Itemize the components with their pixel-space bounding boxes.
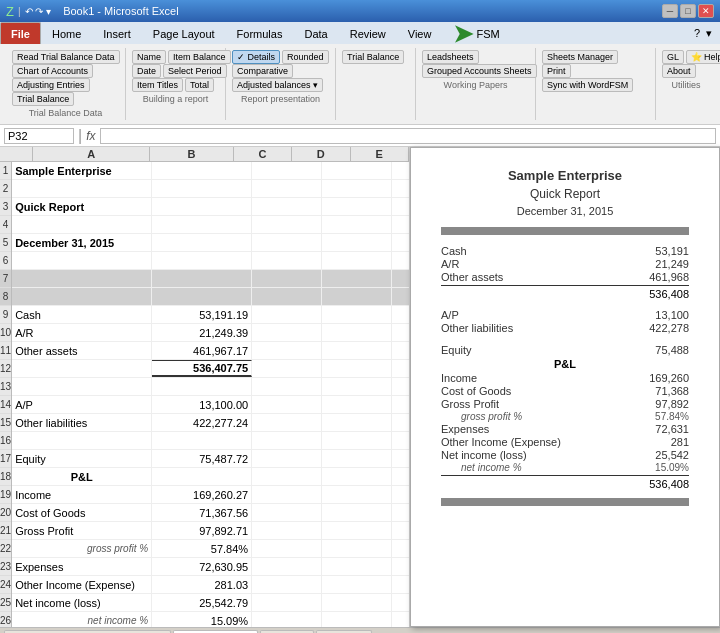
cell-c6[interactable] bbox=[252, 252, 322, 269]
cell-b8[interactable] bbox=[152, 288, 252, 305]
cell-c24[interactable] bbox=[252, 576, 322, 593]
cell-c11[interactable] bbox=[252, 342, 322, 359]
cell-d2[interactable] bbox=[322, 180, 392, 197]
item-balance-btn[interactable]: Item Balance bbox=[168, 50, 231, 64]
cell-c5[interactable] bbox=[252, 234, 322, 251]
cell-e12[interactable] bbox=[392, 360, 410, 377]
grouped-accounts-btn[interactable]: Grouped Accounts Sheets bbox=[422, 64, 537, 78]
cell-c21[interactable] bbox=[252, 522, 322, 539]
cell-d4[interactable] bbox=[322, 216, 392, 233]
cell-d6[interactable] bbox=[322, 252, 392, 269]
cell-c7[interactable] bbox=[252, 270, 322, 287]
maximize-button[interactable]: □ bbox=[680, 4, 696, 18]
cell-a25[interactable]: Net income (loss) bbox=[12, 594, 152, 611]
read-trial-balance-btn[interactable]: Read Trial Balance Data bbox=[12, 50, 120, 64]
sheets-manager-btn[interactable]: Sheets Manager bbox=[542, 50, 618, 64]
comparative-btn[interactable]: Comparative bbox=[232, 64, 293, 78]
cell-c16[interactable] bbox=[252, 432, 322, 449]
cell-b5[interactable] bbox=[152, 234, 252, 251]
cell-d1[interactable] bbox=[322, 162, 392, 179]
cell-b2[interactable] bbox=[152, 180, 252, 197]
cell-d3[interactable] bbox=[322, 198, 392, 215]
adjusted-btn[interactable]: Adjusted balances ▾ bbox=[232, 78, 323, 92]
cell-b25[interactable]: 25,542.79 bbox=[152, 594, 252, 611]
cell-e17[interactable] bbox=[392, 450, 410, 467]
details-btn[interactable]: ✓ Details bbox=[232, 50, 280, 64]
cell-a26[interactable]: net income % bbox=[12, 612, 152, 627]
cell-d23[interactable] bbox=[322, 558, 392, 575]
cell-d5[interactable] bbox=[322, 234, 392, 251]
cell-c20[interactable] bbox=[252, 504, 322, 521]
cell-a1[interactable]: Sample Enterprise bbox=[12, 162, 152, 179]
tab-fsm[interactable]: ➤FSM bbox=[442, 22, 510, 44]
cell-c12[interactable] bbox=[252, 360, 322, 377]
cell-e8[interactable] bbox=[392, 288, 410, 305]
cell-b10[interactable]: 21,249.39 bbox=[152, 324, 252, 341]
cell-d26[interactable] bbox=[322, 612, 392, 627]
cell-e22[interactable] bbox=[392, 540, 410, 557]
cell-e20[interactable] bbox=[392, 504, 410, 521]
cell-b23[interactable]: 72,630.95 bbox=[152, 558, 252, 575]
tab-formulas[interactable]: Formulas bbox=[226, 22, 294, 44]
cell-e14[interactable] bbox=[392, 396, 410, 413]
cell-a4[interactable] bbox=[12, 216, 152, 233]
cell-e6[interactable] bbox=[392, 252, 410, 269]
cell-e5[interactable] bbox=[392, 234, 410, 251]
cell-a17[interactable]: Equity bbox=[12, 450, 152, 467]
cell-e21[interactable] bbox=[392, 522, 410, 539]
cell-e23[interactable] bbox=[392, 558, 410, 575]
cell-e3[interactable] bbox=[392, 198, 410, 215]
total-btn[interactable]: Total bbox=[185, 78, 214, 92]
cell-d8[interactable] bbox=[322, 288, 392, 305]
cell-c18[interactable] bbox=[252, 468, 322, 485]
cell-e18[interactable] bbox=[392, 468, 410, 485]
cell-d10[interactable] bbox=[322, 324, 392, 341]
cell-b12[interactable]: 536,407.75 bbox=[152, 360, 252, 377]
cell-b18[interactable] bbox=[152, 468, 252, 485]
cell-c15[interactable] bbox=[252, 414, 322, 431]
cell-c26[interactable] bbox=[252, 612, 322, 627]
cell-d11[interactable] bbox=[322, 342, 392, 359]
cell-a19[interactable]: Income bbox=[12, 486, 152, 503]
cell-c10[interactable] bbox=[252, 324, 322, 341]
cell-a3[interactable]: Quick Report bbox=[12, 198, 152, 215]
tab-data[interactable]: Data bbox=[293, 22, 338, 44]
adjusting-entries-btn[interactable]: Adjusting Entries bbox=[12, 78, 90, 92]
close-button[interactable]: ✕ bbox=[698, 4, 714, 18]
cell-d21[interactable] bbox=[322, 522, 392, 539]
cell-a21[interactable]: Gross Profit bbox=[12, 522, 152, 539]
about-btn[interactable]: About bbox=[662, 64, 696, 78]
cell-c4[interactable] bbox=[252, 216, 322, 233]
tab-home[interactable]: Home bbox=[41, 22, 92, 44]
cell-e26[interactable] bbox=[392, 612, 410, 627]
cell-b24[interactable]: 281.03 bbox=[152, 576, 252, 593]
cell-d22[interactable] bbox=[322, 540, 392, 557]
select-period-btn[interactable]: Select Period bbox=[163, 64, 227, 78]
cell-c22[interactable] bbox=[252, 540, 322, 557]
cell-c13[interactable] bbox=[252, 378, 322, 395]
cell-a8[interactable] bbox=[12, 288, 152, 305]
name-box[interactable] bbox=[4, 128, 74, 144]
cell-a2[interactable] bbox=[12, 180, 152, 197]
cell-d16[interactable] bbox=[322, 432, 392, 449]
cell-e4[interactable] bbox=[392, 216, 410, 233]
leadsheets-btn[interactable]: Leadsheets bbox=[422, 50, 479, 64]
cell-b26[interactable]: 15.09% bbox=[152, 612, 252, 627]
formula-input[interactable] bbox=[100, 128, 717, 144]
cell-b15[interactable]: 422,277.24 bbox=[152, 414, 252, 431]
gl-btn[interactable]: GL bbox=[662, 50, 684, 64]
cell-a11[interactable]: Other assets bbox=[12, 342, 152, 359]
cell-d7[interactable] bbox=[322, 270, 392, 287]
cell-e25[interactable] bbox=[392, 594, 410, 611]
cell-a9[interactable]: Cash bbox=[12, 306, 152, 323]
cell-d9[interactable] bbox=[322, 306, 392, 323]
cell-b22[interactable]: 57.84% bbox=[152, 540, 252, 557]
cell-e10[interactable] bbox=[392, 324, 410, 341]
cell-b16[interactable] bbox=[152, 432, 252, 449]
item-titles-btn[interactable]: Item Titles bbox=[132, 78, 183, 92]
cell-c8[interactable] bbox=[252, 288, 322, 305]
ribbon-minimize-icon[interactable]: ▾ bbox=[706, 27, 712, 40]
cell-b1[interactable] bbox=[152, 162, 252, 179]
cell-c17[interactable] bbox=[252, 450, 322, 467]
cell-a7[interactable] bbox=[12, 270, 152, 287]
